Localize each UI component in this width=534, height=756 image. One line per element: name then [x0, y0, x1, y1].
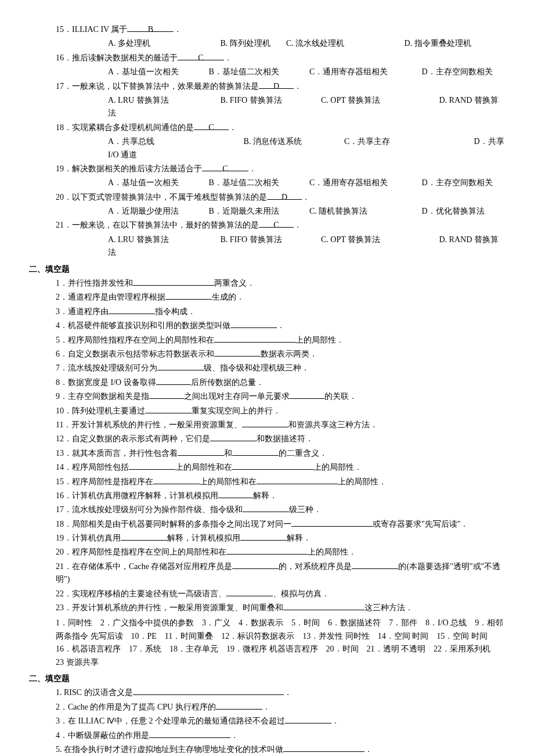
- opt-b: B. FIFO 替换算法: [221, 233, 319, 246]
- section-fill2-title: 二、填空题: [29, 672, 505, 685]
- opt-a: A．基址值一次相关: [108, 66, 207, 78]
- mc-q16-opts: A．基址值一次相关 B．基址值二次相关 C．通用寄存器组相关 D．主存空间数相关: [56, 66, 505, 78]
- q-tail: ．: [224, 53, 232, 62]
- mc-q21: 21．一般来说，在以下替换算法中，最好的替换算法的是C．: [56, 219, 505, 232]
- fill1-q4: 4．机器硬件能够直接识别和引用的数据类型叫做．: [56, 319, 505, 332]
- q-stem: 15．ILLIAC IV 属于: [56, 25, 127, 34]
- q-ans: C: [194, 121, 229, 134]
- q-tail: ．: [294, 221, 302, 229]
- q-stem: 16．推后读解决数据相关的最适于: [56, 53, 178, 62]
- opt-c: C. OPT 替换算法: [321, 94, 437, 107]
- q-stem: 17．一般来说，以下替换算法中，效果最差的替换算法是: [56, 82, 259, 91]
- q-tail: ．: [229, 123, 237, 132]
- fill1-q13: 13．就其本质而言，并行性包含着和的二重含义．: [56, 447, 505, 460]
- mc-q15-opts: A. 多处理机 B. 阵列处理机 C. 流水线处理机 D. 指令重叠处理机: [56, 37, 505, 50]
- fill1-q23: 23．开发计算机系统的并行性，一般采用资源重复、时间重叠和这三种方法．: [56, 602, 505, 614]
- mc-q19: 19．解决数据相关的推后读方法最适合于C．: [56, 163, 505, 175]
- fill1-q14: 14．程序局部性包括上的局部性和在上的局部性．: [56, 461, 505, 474]
- fill2-q1: 1. RISC 的汉语含义是．: [56, 686, 505, 699]
- fill1-q1: 1．并行性指并发性和两重含义．: [56, 277, 505, 290]
- opt-a: A．共享总线: [108, 135, 241, 148]
- mc-q18: 18．实现紧耦合多处理机机间通信的是C．: [56, 121, 505, 134]
- mc-q16: 16．推后读解决数据相关的最适于C．: [56, 52, 505, 64]
- opt-b: B. 阵列处理机: [221, 37, 284, 50]
- q-tail: ．: [294, 82, 302, 91]
- fill1-q21: 21．在存储体系中，Cache 存储器对应用程序员是的，对系统程序员是的(本题要…: [56, 560, 505, 586]
- q-tail: ．: [302, 193, 310, 201]
- q-ans: B: [127, 23, 174, 36]
- mc-q15: 15．ILLIAC IV 属于B．: [56, 23, 505, 36]
- mc-q20: 20．以下页式管理替换算法中，不属于堆栈型替换算法的是D．: [56, 191, 505, 204]
- opt-b: B．基址值二次相关: [209, 66, 308, 78]
- opt-c: C．通用寄存器组相关: [309, 177, 420, 189]
- q-ans: C: [178, 52, 224, 64]
- mc-q17: 17．一般来说，以下替换算法中，效果最差的替换算法是D．: [56, 80, 505, 93]
- opt-b: B. FIFO 替换算法: [221, 94, 319, 107]
- section-fill1-title: 二、填空题: [29, 263, 505, 276]
- fill1-q11: 11．开发计算机系统的并行性，一般采用资源重复、和资源共享这三种方法．: [56, 419, 505, 431]
- fill1-q3: 3．通道程序由指令构成．: [56, 305, 505, 318]
- fill2-q5: 5. 在指令执行时才进行虚拟地址到主存物理地址变化的技术叫做．: [56, 743, 505, 756]
- fill1-q18: 18．局部相关是由于机器要同时解释的多条指令之间出现了对同一或寄存器要求"先写后…: [56, 518, 505, 531]
- q-stem: 21．一般来说，在以下替换算法中，最好的替换算法的是: [56, 221, 259, 229]
- opt-d: D. 指令重叠处理机: [405, 39, 471, 48]
- q-ans: C: [202, 163, 248, 175]
- fill2-q4: 4．中断级屏蔽位的作用是．: [56, 729, 505, 742]
- fill1-q5: 5．程序局部性指程序在空间上的局部性和在上的局部性．: [56, 334, 505, 347]
- opt-b: B．基址值二次相关: [209, 177, 308, 189]
- mc-q20-opts: A．近期最少使用法 B．近期最久未用法 C. 随机替换算法 D．优化替换算法: [56, 205, 505, 218]
- q-stem: 20．以下页式管理替换算法中，不属于堆栈型替换算法的是: [56, 193, 267, 201]
- q-ans: D: [267, 191, 302, 204]
- fill1-q17: 17．流水线按处理级别可分为操作部件级、指令级和级三种．: [56, 503, 505, 516]
- opt-a: A．基址值一次相关: [108, 177, 207, 189]
- q-ans: C: [259, 219, 294, 232]
- fill1-q8: 8．数据宽度是 I/O 设备取得后所传数据的总量．: [56, 376, 505, 389]
- fill1-q6: 6．自定义数据表示包括带标志符数据表示和数据表示两类．: [56, 348, 505, 361]
- opt-b: B．近期最久未用法: [209, 205, 308, 218]
- opt-c: C．共享主存: [344, 135, 472, 148]
- opt-c: C．通用寄存器组相关: [309, 66, 420, 78]
- opt-d: D．主存空间数相关: [422, 67, 493, 76]
- fill1-q19: 19．计算机仿真用解释，计算机模拟用解释．: [56, 532, 505, 545]
- fill1-answers: 1．同时性 2．广义指令中提供的参数 3．广义 4．数据表示 5．时间 6．数据…: [56, 617, 505, 669]
- opt-d: D．优化替换算法: [422, 207, 485, 215]
- fill1-q12: 12．自定义数据的表示形式有两种，它们是和数据描述符．: [56, 433, 505, 445]
- mc-q17-opts: A. LRU 替换算法 B. FIFO 替换算法 C. OPT 替换算法 D. …: [56, 94, 505, 120]
- opt-b: B. 消息传送系统: [244, 135, 342, 148]
- fill1-q7: 7．流水线按处理级别可分为级、指令级和处理机级三种．: [56, 362, 505, 375]
- mc-q18-opts: A．共享总线 B. 消息传送系统 C．共享主存 D．共享 I/O 通道: [56, 135, 505, 161]
- fill1-q22: 22．实现程序移植的主要途径有统一高级语言、、模拟与仿真．: [56, 588, 505, 600]
- mc-q21-opts: A. LRU 替换算法 B. FIFO 替换算法 C. OPT 替换算法 D. …: [56, 233, 505, 260]
- opt-c: C. 流水线处理机: [286, 37, 402, 50]
- fill1-q9: 9．主存空间数据相关是指之间出现对主存同一单元要求的关联．: [56, 390, 505, 403]
- opt-c: C. 随机替换算法: [309, 205, 420, 218]
- opt-a: A. 多处理机: [108, 37, 218, 50]
- q-tail: ．: [248, 164, 257, 173]
- fill2-q2: 2．Cache 的作用是为了提高 CPU 执行程序的．: [56, 701, 505, 714]
- fill2-q3: 3．在 ILLIAC Ⅳ中，任意 2 个处理单元的最短通信路径不会超过．: [56, 715, 505, 728]
- opt-d: D．主存空间数相关: [422, 178, 493, 187]
- q-tail: ．: [174, 25, 182, 34]
- opt-a: A. LRU 替换算法: [108, 94, 218, 107]
- opt-a: A. LRU 替换算法: [108, 233, 218, 246]
- q-stem: 18．实现紧耦合多处理机机间通信的是: [56, 123, 194, 132]
- opt-c: C. OPT 替换算法: [321, 233, 437, 246]
- fill1-q2: 2．通道程序是由管理程序根据生成的．: [56, 291, 505, 304]
- fill1-q15: 15．程序局部性是指程序在上的局部性和在上的局部性．: [56, 476, 505, 488]
- fill1-q20: 20．程序局部性是指程序在空间上的局部性和在上的局部性．: [56, 546, 505, 559]
- fill1-q16: 16．计算机仿真用微程序解释，计算机模拟用解释．: [56, 489, 505, 502]
- q-ans: D: [259, 80, 294, 93]
- fill1-q10: 10．阵列处理机主要通过重复实现空间上的并行．: [56, 405, 505, 417]
- mc-q19-opts: A．基址值一次相关 B．基址值二次相关 C．通用寄存器组相关 D．主存空间数相关: [56, 177, 505, 189]
- opt-a: A．近期最少使用法: [108, 205, 207, 218]
- q-stem: 19．解决数据相关的推后读方法最适合于: [56, 164, 202, 173]
